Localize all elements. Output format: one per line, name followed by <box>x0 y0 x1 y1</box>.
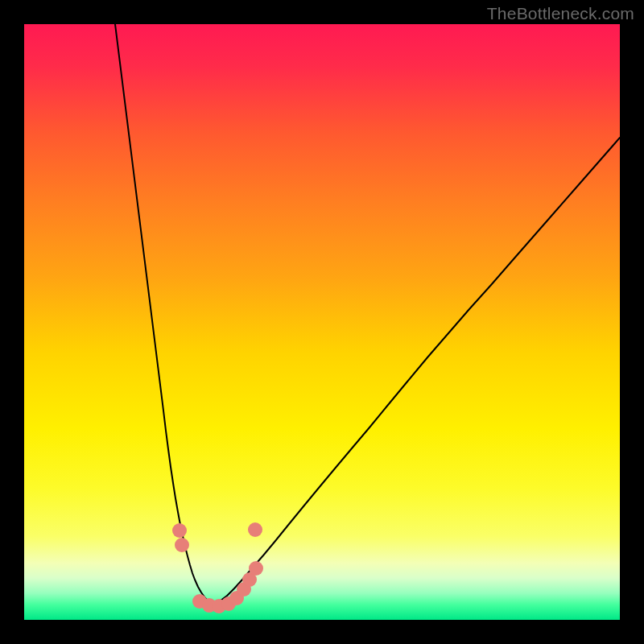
bottleneck-curve-plot <box>24 24 620 620</box>
trough-marker <box>172 523 187 538</box>
plot-area <box>24 24 620 620</box>
trough-marker <box>175 538 189 552</box>
trough-marker <box>249 561 263 576</box>
heatmap-background <box>24 24 620 620</box>
trough-marker <box>248 522 262 537</box>
watermark-text: TheBottleneck.com <box>487 4 634 23</box>
chart-frame: TheBottleneck.com <box>0 0 644 644</box>
